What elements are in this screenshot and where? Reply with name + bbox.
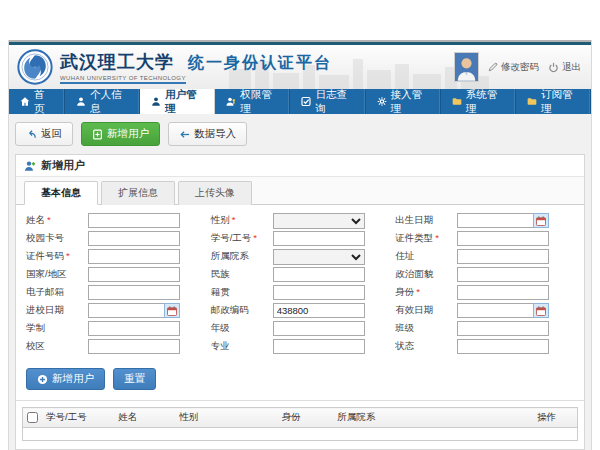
field-label-text: 电子邮箱 (26, 286, 64, 297)
col-department: 所属院系 (333, 408, 533, 428)
field-label: 学号/工号* (211, 232, 273, 245)
valid-date-field (457, 303, 549, 318)
field-label: 性别* (211, 214, 273, 227)
postal-code-input[interactable] (273, 303, 365, 318)
major-input[interactable] (273, 339, 365, 354)
nav-item-permission-management[interactable]: 权限管理 (215, 89, 290, 114)
field-label: 出生日期 (395, 214, 457, 227)
native-place-input[interactable] (273, 285, 365, 300)
field-label: 班级 (395, 322, 457, 335)
data-import-button[interactable]: 数据导入 (168, 122, 247, 146)
birth-date-input[interactable] (457, 213, 533, 228)
field-label-text: 身份 (395, 286, 414, 297)
field-label-text: 校园卡号 (26, 232, 64, 243)
nav-item-home[interactable]: 首页 (9, 89, 65, 114)
nav-item-log-query[interactable]: 日志查询 (290, 89, 365, 114)
field-label-text: 所属院系 (211, 250, 249, 261)
nav-item-user-management[interactable]: 用户管理 (140, 89, 215, 114)
header: 武汉理工大学 统一身份认证平台 WUHAN UNIVERSITY OF TECH… (9, 45, 591, 89)
back-button[interactable]: 返回 (15, 122, 73, 146)
change-password-link[interactable]: 修改密码 (488, 61, 539, 74)
form-field: 证件号码* (26, 249, 205, 264)
calendar-icon[interactable] (533, 303, 549, 318)
campus-card-input[interactable] (88, 231, 180, 246)
valid-date-input[interactable] (457, 303, 533, 318)
id-type-input[interactable] (457, 231, 549, 246)
identity-input[interactable] (457, 285, 549, 300)
header-user-area: 修改密码 退出 (454, 52, 581, 82)
field-label-text: 校区 (26, 340, 45, 351)
schooling-length-input[interactable] (88, 321, 180, 336)
nav-item-personal-info[interactable]: 个人信息 (65, 89, 140, 114)
form-field: 年级 (211, 321, 390, 336)
field-label: 校园卡号 (26, 232, 88, 245)
address-input[interactable] (457, 249, 549, 264)
nav-item-access-management[interactable]: 接入管理 (366, 89, 441, 114)
field-label-text: 状态 (395, 340, 414, 351)
add-user-toolbar-label: 新增用户 (107, 127, 149, 141)
tab-extended-info[interactable]: 扩展信息 (101, 181, 175, 205)
nav-label: 订阅管理 (541, 88, 579, 116)
form-field: 证件类型* (395, 231, 574, 246)
political-status-input[interactable] (457, 267, 549, 282)
nav-label: 首页 (34, 88, 53, 116)
form-field: 姓名* (26, 213, 205, 228)
nav-label: 日志查询 (315, 88, 353, 116)
email-input[interactable] (88, 285, 180, 300)
table-empty-row (23, 428, 578, 441)
panel-title: 新增用户 (41, 158, 85, 173)
class-input[interactable] (457, 321, 549, 336)
status-input[interactable] (457, 339, 549, 354)
student-id-input[interactable] (273, 231, 365, 246)
tab-basic-info[interactable]: 基本信息 (24, 181, 98, 205)
logout-link[interactable]: 退出 (548, 61, 581, 74)
form-field: 身份* (395, 285, 574, 300)
field-label: 证件类型* (395, 232, 457, 245)
select-all-checkbox[interactable] (27, 412, 38, 423)
university-logo (17, 49, 53, 85)
form-field: 校区 (26, 339, 205, 354)
nav-label: 系统管理 (466, 88, 504, 116)
gender-select[interactable] (273, 213, 365, 229)
entry-date-input[interactable] (88, 303, 164, 318)
back-arrow-icon (26, 129, 37, 140)
campus-input[interactable] (88, 339, 180, 354)
calendar-icon[interactable] (164, 303, 180, 318)
tab-upload-avatar[interactable]: 上传头像 (178, 181, 252, 205)
id-number-input[interactable] (88, 249, 180, 264)
gear-icon (377, 96, 387, 107)
field-label: 年级 (211, 322, 273, 335)
folder-icon (452, 96, 462, 107)
field-label-text: 性别 (211, 214, 230, 225)
department-select[interactable] (273, 249, 365, 265)
nav-item-subscription-management[interactable]: 订阅管理 (516, 89, 591, 114)
ethnicity-input[interactable] (273, 267, 365, 282)
name-input[interactable] (88, 213, 180, 228)
form-field: 所属院系 (211, 249, 390, 264)
country-input[interactable] (88, 267, 180, 282)
power-icon (548, 62, 559, 73)
form-field: 政治面貌 (395, 267, 574, 282)
form-field: 民族 (211, 267, 390, 282)
field-label: 进校日期 (26, 304, 88, 317)
brand: 武汉理工大学 统一身份认证平台 WUHAN UNIVERSITY OF TECH… (17, 49, 332, 85)
field-label-text: 进校日期 (26, 304, 64, 315)
field-label-text: 邮政编码 (211, 304, 249, 315)
university-name: 武汉理工大学 (60, 50, 174, 74)
required-mark: * (253, 232, 257, 243)
nav-label: 接入管理 (391, 88, 429, 116)
required-mark: * (435, 232, 439, 243)
reset-button[interactable]: 重置 (113, 368, 156, 390)
grade-input[interactable] (273, 321, 365, 336)
calendar-icon[interactable] (533, 213, 549, 228)
field-label: 状态 (395, 340, 457, 353)
required-mark: * (47, 214, 51, 225)
col-student-id: 学号/工号 (42, 408, 114, 428)
add-user-toolbar-button[interactable]: 新增用户 (81, 122, 160, 146)
nav-item-system-management[interactable]: 系统管理 (441, 89, 516, 114)
submit-add-user-button[interactable]: 新增用户 (26, 368, 105, 390)
nav-label: 个人信息 (90, 88, 128, 116)
data-import-label: 数据导入 (194, 127, 236, 141)
form-field: 学号/工号* (211, 231, 390, 246)
change-password-label: 修改密码 (501, 61, 539, 74)
